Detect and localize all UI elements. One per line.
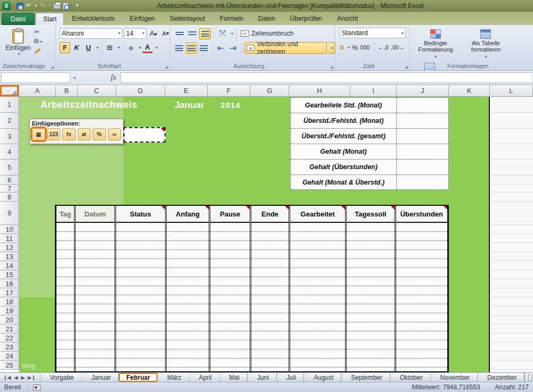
timesheet-cell[interactable] (396, 250, 447, 259)
timesheet-cell[interactable] (396, 295, 447, 304)
sheet-tab[interactable]: Juli (277, 373, 304, 382)
timesheet-cell[interactable] (76, 349, 114, 358)
timesheet-cell[interactable] (116, 349, 165, 358)
timesheet-cell[interactable] (76, 340, 114, 349)
timesheet-cell[interactable] (210, 349, 250, 358)
sheet-tab[interactable]: November (431, 373, 478, 382)
paste-option-formatting[interactable]: % (93, 128, 106, 140)
timesheet-cell[interactable] (167, 304, 209, 313)
timesheet-cell[interactable] (210, 358, 250, 368)
name-box[interactable] (1, 72, 70, 83)
timesheet-cell[interactable] (396, 277, 447, 286)
align-center-button[interactable] (186, 43, 197, 54)
sheet-tab[interactable]: Februar (119, 373, 158, 382)
timesheet-cell[interactable] (56, 340, 74, 349)
timesheet-cell[interactable] (251, 340, 289, 349)
underline-button[interactable]: U (83, 42, 94, 53)
sheet-canvas[interactable]: Arbeitszeitnachweis Januar 2014 Gearbeit… (19, 97, 533, 372)
select-all-corner[interactable] (0, 85, 19, 97)
dialog-launcher-icon[interactable]: ◢ (165, 64, 168, 69)
increase-indent-icon[interactable]: ⇥ (227, 43, 239, 54)
timesheet-cell[interactable] (56, 331, 74, 340)
row-header[interactable]: 3 (0, 129, 19, 144)
copy-icon[interactable]: ⧉▾ (34, 37, 43, 46)
timesheet-cell[interactable] (56, 358, 74, 368)
last-sheet-icon[interactable]: ▶❙ (28, 375, 35, 380)
timesheet-cell[interactable] (251, 250, 289, 259)
column-header[interactable]: G (250, 85, 289, 97)
decrease-decimal-button[interactable]: ,00→ (391, 44, 405, 51)
ribbon-tab[interactable]: Start (36, 13, 64, 25)
timesheet-cell[interactable] (116, 268, 165, 277)
number-format-combo[interactable]: Standard▾ (340, 28, 406, 38)
timesheet-column-header[interactable]: Anfang (167, 206, 209, 223)
paste-option-transpose[interactable]: ⇄ (78, 128, 91, 140)
timesheet-column-header[interactable]: Status (116, 206, 165, 223)
align-middle-button[interactable] (186, 28, 198, 39)
timesheet-cell[interactable] (76, 250, 114, 259)
excel-app-icon[interactable]: X (2, 2, 11, 10)
summary-value-cell[interactable] (397, 174, 449, 190)
timesheet-cell[interactable] (290, 241, 345, 250)
timesheet-cell[interactable] (116, 259, 165, 268)
ribbon-tab[interactable]: Daten (251, 13, 282, 25)
timesheet-column-header[interactable]: Tagessoll (347, 206, 394, 223)
timesheet-cell[interactable] (251, 295, 289, 304)
align-left-button[interactable] (174, 43, 185, 54)
timesheet-cell[interactable] (396, 358, 447, 368)
ribbon-tab[interactable]: Formeln (213, 13, 250, 25)
sheet-tab[interactable]: Dezember (478, 373, 524, 382)
paste-option-formulas[interactable]: fx (62, 128, 76, 140)
timesheet-cell[interactable] (251, 232, 289, 241)
timesheet-cell[interactable] (56, 232, 74, 241)
row-header[interactable]: 25 (0, 361, 19, 370)
timesheet-cell[interactable] (76, 241, 114, 250)
timesheet-cell[interactable] (396, 322, 447, 331)
column-header[interactable]: E (165, 85, 208, 97)
timesheet-cell[interactable] (396, 268, 447, 277)
timesheet-cell[interactable] (116, 340, 165, 349)
timesheet-cell[interactable] (396, 368, 447, 372)
timesheet-cell[interactable] (396, 331, 447, 340)
timesheet-cell[interactable] (210, 286, 250, 295)
timesheet-cell[interactable] (251, 268, 289, 277)
align-bottom-button[interactable] (199, 28, 211, 39)
timesheet-cell[interactable] (251, 286, 289, 295)
timesheet-cell[interactable] (167, 259, 209, 268)
timesheet-cell[interactable] (210, 368, 250, 372)
timesheet-cell[interactable] (167, 349, 209, 358)
decrease-indent-icon[interactable]: ⇤ (215, 43, 226, 54)
row-header[interactable]: 17 (0, 288, 19, 297)
timesheet-cell[interactable] (167, 368, 209, 372)
timesheet-column-header[interactable]: Ende (251, 206, 289, 223)
timesheet-cell[interactable] (116, 241, 165, 250)
timesheet-cell[interactable] (347, 340, 394, 349)
timesheet-cell[interactable] (56, 268, 74, 277)
timesheet-cell[interactable] (347, 313, 394, 322)
summary-label-cell[interactable]: Gehalt (Monat & Überstd.) (290, 174, 397, 190)
timesheet-column-header[interactable]: Datum (76, 206, 114, 223)
timesheet-cell[interactable] (76, 304, 114, 313)
timesheet-cell[interactable] (251, 277, 289, 286)
timesheet-cell[interactable] (76, 313, 114, 322)
print-preview-icon[interactable] (63, 3, 69, 10)
ribbon-tab[interactable]: Einfügen (122, 13, 161, 25)
pasted-cell-marching-ants[interactable] (124, 127, 166, 143)
tab-split-handle[interactable] (528, 374, 532, 381)
sheet-tab[interactable]: März (158, 373, 190, 382)
timesheet-cell[interactable] (290, 259, 345, 268)
fx-icon[interactable]: fx (111, 73, 116, 82)
row-header[interactable]: 5 (0, 160, 19, 176)
wrap-text-button[interactable]: ↩ Zeilenumbruch (239, 28, 295, 39)
row-header[interactable]: 1 (0, 97, 19, 113)
timesheet-cell[interactable] (167, 250, 209, 259)
timesheet-cell[interactable] (210, 277, 250, 286)
timesheet-cell[interactable] (347, 295, 394, 304)
font-color-dropdown-icon[interactable]: ▾ (155, 45, 158, 50)
timesheet-cell[interactable] (347, 322, 394, 331)
timesheet-cell[interactable] (76, 268, 114, 277)
timesheet-cell[interactable] (251, 322, 289, 331)
timesheet-cell[interactable] (116, 232, 165, 241)
timesheet-cell[interactable] (56, 277, 74, 286)
summary-label-cell[interactable]: Gehalt (Überstunden) (290, 159, 397, 174)
